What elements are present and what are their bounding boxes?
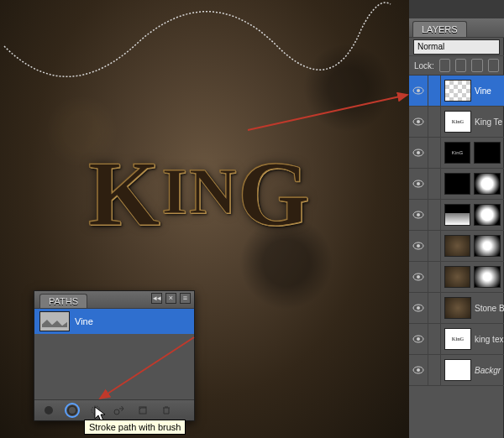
svg-point-2 xyxy=(68,406,76,415)
layer-name[interactable]: King Te xyxy=(475,117,504,127)
layer-thumbnail[interactable] xyxy=(444,204,471,226)
stroke-path-icon[interactable] xyxy=(66,404,78,416)
layer-row[interactable] xyxy=(409,200,504,231)
visibility-toggle-icon[interactable] xyxy=(409,262,428,292)
delete-path-icon[interactable] xyxy=(160,404,172,416)
layer-thumbnail[interactable] xyxy=(444,235,471,257)
layer-thumbnail[interactable] xyxy=(444,173,471,195)
svg-point-26 xyxy=(417,368,420,372)
layer-name[interactable]: king tex xyxy=(475,335,504,344)
layer-thumbnail[interactable]: KinG xyxy=(444,142,471,164)
layer-mask-thumbnail[interactable] xyxy=(474,204,501,226)
lock-position-icon[interactable] xyxy=(471,59,482,72)
layer-name[interactable]: Stone B xyxy=(475,304,504,313)
lock-all-icon[interactable] xyxy=(488,59,499,72)
svg-point-22 xyxy=(417,306,420,310)
layer-thumbnail[interactable] xyxy=(444,297,471,319)
tab-layers[interactable]: LAYERS xyxy=(412,21,467,37)
layer-row[interactable] xyxy=(409,231,504,262)
panel-collapse-icon[interactable]: ◂◂ xyxy=(151,293,162,304)
svg-point-20 xyxy=(417,275,420,279)
layer-thumbnail[interactable]: KinG xyxy=(444,111,471,133)
path-item-vine[interactable]: Vine xyxy=(34,309,194,334)
lock-pixels-icon[interactable] xyxy=(455,59,466,72)
layer-row[interactable] xyxy=(409,262,504,293)
layer-link-well xyxy=(428,355,441,385)
fill-path-icon[interactable] xyxy=(43,404,55,416)
paths-panel-footer xyxy=(34,399,194,420)
path-from-selection-icon[interactable] xyxy=(113,404,125,416)
layer-link-well xyxy=(428,76,441,106)
layer-row[interactable]: Backgr xyxy=(409,355,504,386)
layer-mask-thumbnail[interactable] xyxy=(474,142,501,164)
svg-point-24 xyxy=(417,337,420,341)
layer-link-well xyxy=(428,293,441,323)
lock-row: Lock: xyxy=(409,55,504,76)
visibility-toggle-icon[interactable] xyxy=(409,169,428,199)
layer-row[interactable]: Stone B xyxy=(409,293,504,324)
layers-panel-tabbar: LAYERS xyxy=(409,18,504,37)
svg-point-18 xyxy=(417,244,420,248)
svg-point-4 xyxy=(114,409,119,415)
layer-name[interactable]: Backgr xyxy=(475,366,504,375)
visibility-toggle-icon[interactable] xyxy=(409,355,428,385)
paths-list: Vine xyxy=(34,308,194,400)
visibility-toggle-icon[interactable] xyxy=(409,200,428,230)
paths-panel-tabbar: PATHS ◂◂ × ≡ xyxy=(34,291,194,308)
svg-point-16 xyxy=(417,213,420,216)
layer-link-well xyxy=(428,200,441,230)
layer-row[interactable]: KinG xyxy=(409,138,504,169)
svg-point-8 xyxy=(417,89,420,92)
layers-panel[interactable]: LAYERS Normal Lock: VineKinGKing TeKinGS… xyxy=(409,18,504,438)
svg-point-1 xyxy=(45,406,53,415)
panel-menu-icon[interactable]: ≡ xyxy=(180,293,191,304)
svg-point-10 xyxy=(417,120,420,123)
layer-row[interactable]: KinGking tex xyxy=(409,324,504,355)
layer-link-well xyxy=(428,107,441,137)
layer-thumbnail[interactable]: KinG xyxy=(444,328,471,350)
new-path-icon[interactable] xyxy=(137,404,149,416)
path-thumbnail xyxy=(39,311,70,331)
panel-close-icon[interactable]: × xyxy=(165,293,176,304)
layer-link-well xyxy=(428,138,441,168)
layer-link-well xyxy=(428,324,441,354)
svg-point-12 xyxy=(417,151,420,154)
visibility-toggle-icon[interactable] xyxy=(409,293,428,323)
layer-thumbnail[interactable] xyxy=(444,359,471,381)
layer-thumbnail[interactable] xyxy=(444,266,471,288)
layer-row[interactable]: Vine xyxy=(409,76,504,107)
visibility-toggle-icon[interactable] xyxy=(409,76,428,106)
layer-link-well xyxy=(428,231,441,261)
layer-row[interactable] xyxy=(409,169,504,200)
layer-mask-thumbnail[interactable] xyxy=(474,266,501,288)
king-text-art: KING xyxy=(88,141,312,248)
layer-mask-thumbnail[interactable] xyxy=(474,235,501,257)
visibility-toggle-icon[interactable] xyxy=(409,231,428,261)
blend-mode-row: Normal xyxy=(409,37,504,55)
tab-paths[interactable]: PATHS xyxy=(39,294,87,308)
layer-link-well xyxy=(428,169,441,199)
layers-list: VineKinGKing TeKinGStone BKinGking texBa… xyxy=(409,76,504,438)
layer-row[interactable]: KinGKing Te xyxy=(409,107,504,138)
blend-mode-select[interactable]: Normal xyxy=(413,39,500,55)
lock-label: Lock: xyxy=(414,61,434,70)
svg-point-14 xyxy=(417,182,420,185)
tooltip: Stroke path with brush xyxy=(84,420,186,435)
visibility-toggle-icon[interactable] xyxy=(409,107,428,137)
layer-link-well xyxy=(428,262,441,292)
lock-transparency-icon[interactable] xyxy=(439,59,450,72)
path-name: Vine xyxy=(75,316,93,326)
layer-name[interactable]: Vine xyxy=(475,86,504,96)
vine-path-overlay xyxy=(0,0,409,151)
visibility-toggle-icon[interactable] xyxy=(409,324,428,354)
layer-thumbnail[interactable] xyxy=(444,80,471,102)
visibility-toggle-icon[interactable] xyxy=(409,138,428,168)
layer-mask-thumbnail[interactable] xyxy=(474,173,501,195)
paths-panel[interactable]: PATHS ◂◂ × ≡ Vine xyxy=(34,290,195,421)
